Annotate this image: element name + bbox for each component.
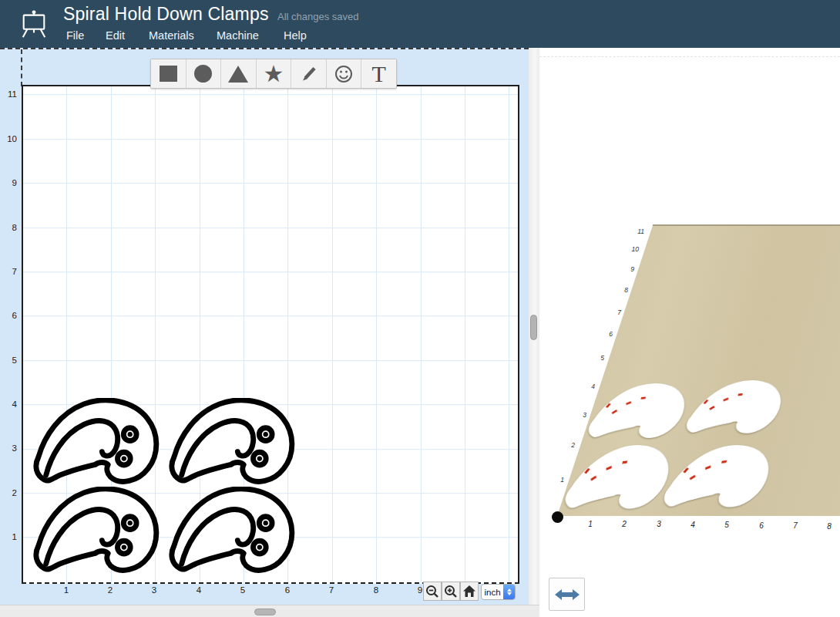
horizontal-scrollbar[interactable] [0, 605, 539, 617]
preview-ruler-y-label: 11 [633, 228, 644, 235]
app-window: Spiral Hold Down Clamps All changes save… [0, 0, 840, 617]
ruler-x-label: 6 [281, 585, 294, 595]
ruler-x-label: 7 [324, 585, 338, 595]
design-canvas[interactable] [22, 85, 519, 584]
menu-machine[interactable]: Machine [217, 29, 259, 42]
clamp-shape-bottom-left[interactable] [32, 487, 160, 574]
ruler-y-label: 8 [0, 223, 17, 232]
flip-view-button[interactable] [549, 578, 585, 611]
preview-ruler-y-label: 6 [602, 330, 613, 338]
ruler-y-label: 11 [0, 89, 17, 99]
save-status: All changes saved [277, 11, 359, 22]
preview-ruler-x-label: 6 [757, 521, 766, 530]
unit-select-value: inch [482, 588, 503, 597]
design-workspace[interactable]: 11 10 9 8 7 6 5 4 3 2 1 1 2 3 4 5 6 7 8 … [0, 48, 529, 605]
preview-ruler-y-label: 8 [617, 286, 628, 294]
preview-ruler-x-label: 1 [586, 520, 595, 528]
project-title[interactable]: Spiral Hold Down Clamps [63, 4, 269, 25]
preview-ruler-y-label: 7 [610, 308, 621, 316]
ruler-x-label: 5 [236, 585, 250, 595]
select-stepper-icon [503, 585, 515, 599]
home-view-button[interactable] [460, 582, 479, 601]
preview-ruler-x-label: 7 [791, 521, 800, 530]
unit-select[interactable]: inch [481, 584, 516, 600]
ruler-x-label: 2 [103, 585, 117, 595]
menu-materials[interactable]: Materials [149, 29, 194, 42]
triangle-tool-button[interactable] [221, 59, 257, 88]
menu-help[interactable]: Help [284, 29, 307, 42]
text-tool-icon: T [372, 62, 386, 86]
zoom-in-icon [444, 585, 458, 598]
preview-ruler-y-label: 3 [576, 411, 586, 419]
ruler-x-label: 4 [192, 585, 206, 595]
horizontal-scrollbar-thumb[interactable] [254, 609, 276, 615]
ruler-y-label: 7 [0, 267, 17, 276]
material-preview-panel[interactable]: 11 10 9 8 7 6 5 4 3 2 1 1 2 3 4 5 6 7 8 [539, 48, 840, 617]
preview-ruler-y-label: 5 [593, 354, 604, 362]
wood-top-edge [653, 224, 840, 226]
ruler-y-label: 9 [0, 178, 17, 187]
preview-ruler-x-label: 2 [620, 520, 629, 528]
zoom-in-button[interactable] [442, 582, 460, 601]
preview-origin-point [552, 511, 563, 523]
clamp-shape-bottom-right[interactable] [168, 487, 295, 574]
pencil-tool-button[interactable] [291, 59, 327, 88]
ellipse-icon [194, 65, 212, 83]
star-tool-button[interactable]: ★ [257, 59, 292, 88]
double-arrow-icon [555, 588, 580, 602]
star-icon: ★ [264, 62, 284, 86]
ruler-y-label: 2 [0, 488, 17, 497]
preview-ruler-y-label: 2 [564, 441, 575, 449]
preview-ruler-x-label: 8 [825, 522, 834, 531]
text-tool-button[interactable]: T [361, 59, 396, 88]
ellipse-tool-button[interactable] [186, 59, 222, 88]
ruler-x-label: 3 [147, 585, 161, 595]
menu-edit[interactable]: Edit [106, 29, 125, 42]
shape-toolbar: ★ T [150, 59, 397, 89]
preview-ruler-x-label: 4 [688, 521, 697, 529]
vertical-scrollbar-thumb[interactable] [530, 315, 537, 340]
menu-file[interactable]: File [66, 29, 84, 42]
triangle-icon [228, 66, 248, 83]
preview-ruler-y-label: 10 [628, 245, 639, 253]
ruler-y-label: 5 [0, 356, 17, 365]
ruler-x-label: 8 [369, 585, 383, 595]
clamp-shape-top-left[interactable] [32, 398, 160, 485]
preview-ruler-y-label: 1 [553, 476, 564, 484]
app-header: Spiral Hold Down Clamps All changes save… [0, 0, 840, 48]
rectangle-icon [160, 66, 177, 82]
ruler-y-label: 1 [0, 532, 17, 541]
clamp-shape-top-right[interactable] [168, 398, 295, 485]
preview-ruler-x-label: 3 [654, 520, 664, 528]
preview-ruler-y-label: 9 [623, 265, 634, 273]
clamp-cut-top-left [584, 383, 694, 439]
pencil-icon [299, 64, 319, 84]
rectangle-tool-button[interactable] [151, 59, 186, 88]
ruler-x-label: 1 [59, 585, 73, 595]
easel-logo-icon[interactable] [18, 10, 49, 39]
smiley-icon [334, 64, 354, 84]
ruler-y-label: 3 [0, 443, 17, 453]
ruler-y-label: 6 [0, 311, 17, 320]
preview-ruler-y-label: 4 [584, 383, 595, 390]
zoom-out-button[interactable] [423, 582, 442, 601]
machine-boundary-dash [21, 49, 22, 86]
zoom-out-icon [425, 585, 439, 598]
vertical-scrollbar[interactable] [529, 48, 539, 605]
ruler-y-label: 4 [0, 400, 17, 409]
smiley-tool-button[interactable] [327, 59, 362, 88]
ruler-y-label: 10 [0, 134, 17, 143]
preview-ruler-x-label: 5 [722, 521, 731, 529]
clamp-cut-top-right [682, 380, 790, 434]
preview-boundary-dash [539, 56, 840, 57]
home-icon [462, 585, 476, 598]
